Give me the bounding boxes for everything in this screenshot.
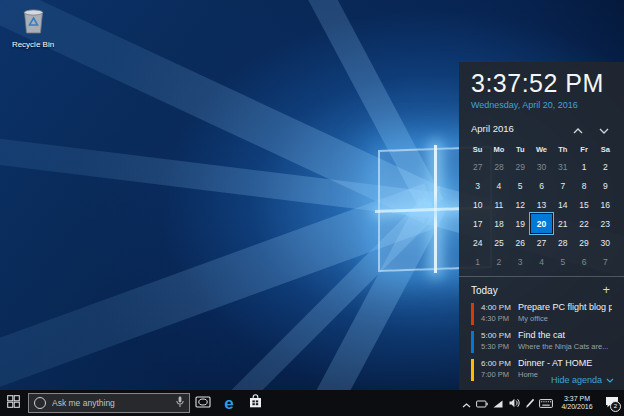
search-input[interactable]: Ask me anything bbox=[28, 393, 190, 413]
calendar-day[interactable]: 29 bbox=[573, 233, 594, 252]
calendar-day[interactable]: 29 bbox=[510, 157, 531, 176]
calendar-day[interactable]: 6 bbox=[531, 176, 552, 195]
calendar-day[interactable]: 21 bbox=[552, 214, 573, 233]
hide-agenda-link[interactable]: Hide agenda bbox=[551, 375, 614, 385]
calendar-day[interactable]: 30 bbox=[531, 157, 552, 176]
store-button[interactable] bbox=[242, 390, 268, 416]
chevron-up-icon bbox=[573, 120, 583, 138]
calendar-day[interactable]: 27 bbox=[467, 157, 488, 176]
calendar-day-selected[interactable]: 20 bbox=[531, 214, 552, 233]
windows-ink-button[interactable] bbox=[522, 390, 538, 416]
calendar-month-label: April 2016 bbox=[471, 123, 572, 134]
tray-time: 3:37 PM bbox=[557, 395, 597, 404]
light-beam bbox=[0, 197, 440, 416]
calendar-day[interactable]: 24 bbox=[467, 233, 488, 252]
agenda-event[interactable]: 5:00 PM 5:30 PM Find the cat Where the N… bbox=[471, 330, 612, 353]
calendar-day[interactable]: 25 bbox=[488, 233, 509, 252]
calendar-day[interactable]: 3 bbox=[467, 176, 488, 195]
tray-clock[interactable]: 3:37 PM 4/20/2016 bbox=[557, 395, 597, 412]
event-title: Dinner - AT HOME bbox=[518, 358, 612, 369]
weekday-row: SuMoTuWeThFrSa bbox=[467, 143, 616, 157]
calendar-day[interactable]: 30 bbox=[595, 233, 616, 252]
calendar-prev-month-button[interactable] bbox=[572, 124, 584, 134]
calendar-day[interactable]: 16 bbox=[595, 195, 616, 214]
edge-browser-button[interactable]: e bbox=[216, 390, 242, 416]
recycle-bin-shortcut[interactable]: Recycle Bin bbox=[8, 7, 58, 49]
event-end-time: 7:00 PM bbox=[481, 369, 518, 380]
calendar-day[interactable]: 8 bbox=[573, 176, 594, 195]
calendar-day[interactable]: 10 bbox=[467, 195, 488, 214]
chevron-up-icon bbox=[462, 394, 471, 412]
calendar-day[interactable]: 1 bbox=[573, 157, 594, 176]
event-start-time: 4:00 PM bbox=[481, 302, 518, 313]
event-title: Find the cat bbox=[518, 330, 612, 341]
weekday-label: Su bbox=[467, 143, 488, 157]
calendar-day[interactable]: 18 bbox=[488, 214, 509, 233]
keyboard-icon bbox=[539, 394, 553, 412]
event-end-time: 4:30 PM bbox=[481, 313, 518, 324]
chevron-down-icon bbox=[599, 120, 609, 138]
calendar-day[interactable]: 5 bbox=[510, 176, 531, 195]
calendar-day[interactable]: 26 bbox=[510, 233, 531, 252]
calendar-day[interactable]: 2 bbox=[488, 252, 509, 271]
action-center-button[interactable]: 2 bbox=[600, 390, 624, 416]
calendar-day[interactable]: 4 bbox=[488, 176, 509, 195]
store-bag-icon bbox=[249, 394, 262, 412]
calendar-day[interactable]: 28 bbox=[488, 157, 509, 176]
calendar-day[interactable]: 31 bbox=[552, 157, 573, 176]
calendar-day[interactable]: 1 bbox=[467, 252, 488, 271]
light-beam bbox=[0, 183, 440, 416]
network-tray-button[interactable] bbox=[490, 390, 506, 416]
calendar-day[interactable]: 7 bbox=[552, 176, 573, 195]
system-tray: 3:37 PM 4/20/2016 2 bbox=[458, 390, 624, 416]
volume-icon bbox=[509, 394, 520, 412]
calendar-day[interactable]: 4 bbox=[531, 252, 552, 271]
battery-tray-button[interactable] bbox=[474, 390, 490, 416]
calendar-next-month-button[interactable] bbox=[598, 124, 610, 134]
calendar-day[interactable]: 5 bbox=[552, 252, 573, 271]
calendar-grid: 2728293031123456789101112131415161718192… bbox=[467, 157, 616, 271]
calendar-day[interactable]: 28 bbox=[552, 233, 573, 252]
calendar-day[interactable]: 9 bbox=[595, 176, 616, 195]
chevron-down-icon bbox=[606, 375, 614, 385]
calendar-day[interactable]: 14 bbox=[552, 195, 573, 214]
calendar-day[interactable]: 11 bbox=[488, 195, 509, 214]
event-end-time: 5:30 PM bbox=[481, 341, 518, 352]
weekday-label: Mo bbox=[488, 143, 509, 157]
edge-icon: e bbox=[224, 395, 233, 412]
pen-icon bbox=[525, 394, 535, 412]
desktop-screen: Recycle Bin 3:37:52 PM Wednesday, April … bbox=[0, 0, 624, 416]
event-location: Where the Ninja Cats are... bbox=[518, 341, 612, 352]
light-beam bbox=[0, 0, 440, 223]
event-color-bar bbox=[471, 303, 474, 325]
calendar-day[interactable]: 17 bbox=[467, 214, 488, 233]
calendar-day[interactable]: 12 bbox=[510, 195, 531, 214]
calendar-day[interactable]: 2 bbox=[595, 157, 616, 176]
volume-tray-button[interactable] bbox=[506, 390, 522, 416]
add-event-button[interactable]: + bbox=[602, 284, 612, 296]
calendar-day[interactable]: 13 bbox=[531, 195, 552, 214]
weekday-label: Th bbox=[552, 143, 573, 157]
network-icon bbox=[493, 394, 503, 412]
current-time: 3:37:52 PM bbox=[471, 68, 612, 98]
light-beam bbox=[0, 70, 434, 218]
calendar-day[interactable]: 3 bbox=[510, 252, 531, 271]
start-button[interactable] bbox=[0, 390, 27, 416]
agenda-event[interactable]: 4:00 PM 4:30 PM Prepare PC flight blog p… bbox=[471, 302, 612, 325]
current-date-link[interactable]: Wednesday, April 20, 2016 bbox=[471, 100, 612, 110]
microphone-icon[interactable] bbox=[176, 394, 184, 412]
calendar-day[interactable]: 23 bbox=[595, 214, 616, 233]
touch-keyboard-button[interactable] bbox=[538, 390, 554, 416]
event-location: My office bbox=[518, 313, 612, 324]
task-view-button[interactable] bbox=[190, 390, 216, 416]
calendar-day[interactable]: 22 bbox=[573, 214, 594, 233]
calendar-day[interactable]: 19 bbox=[510, 214, 531, 233]
calendar-day[interactable]: 27 bbox=[531, 233, 552, 252]
calendar-day[interactable]: 15 bbox=[573, 195, 594, 214]
calendar-day[interactable]: 6 bbox=[573, 252, 594, 271]
event-start-time: 5:00 PM bbox=[481, 330, 518, 341]
show-hidden-icons-button[interactable] bbox=[458, 390, 474, 416]
weekday-label: Tu bbox=[510, 143, 531, 157]
task-view-icon bbox=[195, 394, 211, 412]
calendar-day[interactable]: 7 bbox=[595, 252, 616, 271]
